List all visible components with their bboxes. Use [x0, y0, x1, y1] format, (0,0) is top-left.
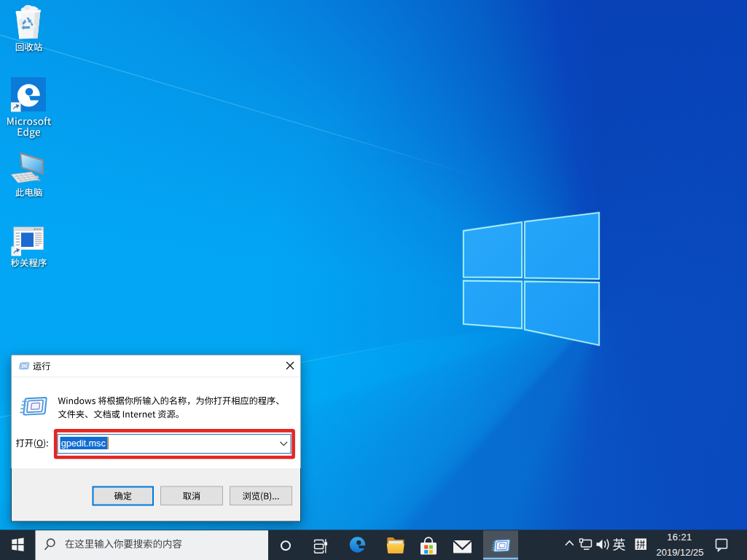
svg-text:2019/12/25: 2019/12/25: [656, 547, 703, 558]
svg-text:gpedit.msc: gpedit.msc: [61, 438, 106, 449]
svg-text:16:21: 16:21: [667, 532, 692, 543]
